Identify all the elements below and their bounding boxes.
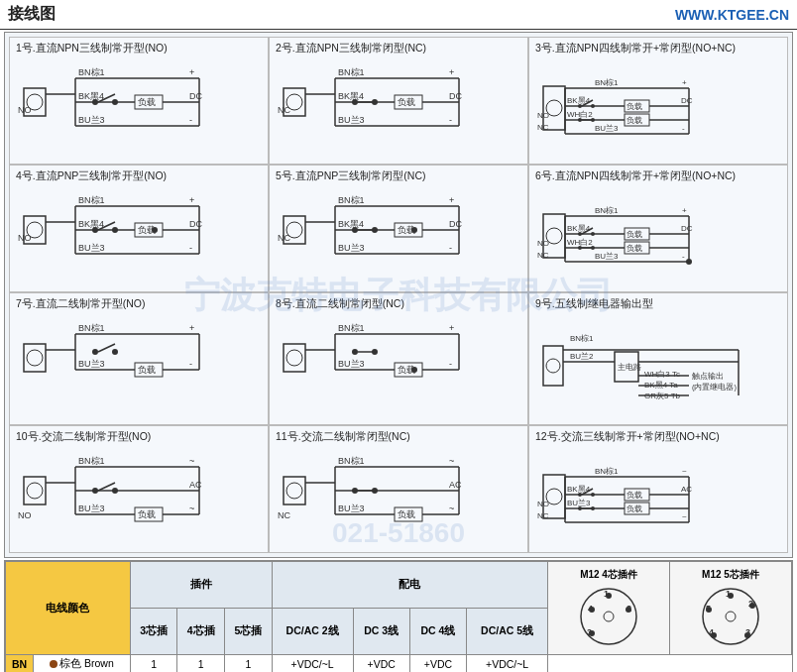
svg-text:AC: AC — [189, 480, 202, 490]
svg-text:BN棕1: BN棕1 — [78, 195, 105, 205]
svg-text:负载: 负载 — [398, 97, 415, 107]
svg-text:-: - — [449, 243, 452, 253]
svg-text:-: - — [682, 252, 685, 261]
svg-text:负载: 负载 — [398, 509, 415, 519]
diagram-6-svg: NO NC BN棕1 + BK黑4 负载 DC WH白2 负载 BU兰3 - — [535, 186, 743, 285]
svg-point-65 — [578, 104, 582, 108]
diagram-4: 4号.直流PNP三线制常开型(NO) NO BN棕1 + BK黑4 负载 DC … — [9, 165, 269, 292]
svg-text:BN棕1: BN棕1 — [78, 456, 105, 466]
svg-point-237 — [372, 488, 378, 494]
svg-point-273 — [626, 607, 631, 613]
svg-point-141 — [578, 246, 582, 250]
svg-text:负载: 负载 — [138, 97, 156, 107]
svg-point-114 — [411, 227, 417, 233]
m12-5pin-area: M12 5芯插件 1 2 3 4 5 — [674, 566, 787, 650]
diagram-7-svg: BN棕1 + BU兰3 负载 - — [16, 314, 224, 401]
svg-point-41 — [372, 99, 378, 105]
svg-point-39 — [352, 99, 358, 105]
svg-text:BN棕1: BN棕1 — [338, 323, 365, 333]
power-value: +VDC/~L — [467, 655, 548, 673]
svg-point-284 — [749, 603, 755, 609]
diagram-11: 11号.交流二线制常闭型(NC) NC BN棕1 ~ AC BU兰3 负载 ~ — [269, 425, 528, 553]
svg-text:BK黑4: BK黑4 — [78, 219, 104, 229]
svg-text:+: + — [449, 195, 454, 205]
m12-5pin-label: M12 5芯插件 — [702, 568, 759, 582]
svg-text:BN棕1: BN棕1 — [595, 467, 619, 476]
svg-point-18 — [92, 99, 98, 105]
svg-text:~: ~ — [682, 512, 687, 521]
wire-table-area: 电线颜色 插件 配电 M12 4芯插件 1 2 — [4, 560, 793, 672]
svg-text:负载: 负载 — [626, 244, 642, 253]
svg-text:DC: DC — [189, 91, 202, 101]
svg-text:DC: DC — [449, 91, 462, 101]
svg-point-199 — [27, 483, 43, 499]
diagram-12-title: 12号.交流三线制常开+常闭型(NO+NC) — [535, 430, 781, 444]
svg-point-143 — [591, 246, 595, 250]
svg-text:AC: AC — [449, 480, 462, 490]
svg-text:BN棕1: BN棕1 — [338, 67, 365, 77]
svg-text:NO: NO — [18, 510, 32, 520]
power-header: 配电 — [272, 562, 547, 609]
svg-point-215 — [92, 488, 98, 494]
svg-text:BU兰3: BU兰3 — [338, 504, 365, 513]
svg-point-217 — [112, 488, 118, 494]
svg-point-283 — [728, 593, 734, 599]
wiring-diagrams-area: 宁波克特电子科技有限公司 021-51860 1号.直流NPN三线制常开型(NO… — [4, 32, 793, 558]
svg-text:负载: 负载 — [626, 116, 642, 125]
svg-point-146 — [27, 350, 43, 366]
svg-text:+: + — [682, 206, 687, 215]
svg-text:BN棕1: BN棕1 — [570, 334, 594, 343]
svg-point-262 — [591, 493, 595, 497]
diagram-12-svg: NO NC BN棕1 ~ BK黑4 负载 AC BU兰3 负载 ~ — [535, 447, 743, 546]
plugin-value: 1 — [177, 655, 225, 673]
svg-point-286 — [711, 632, 717, 638]
svg-text:负载: 负载 — [626, 491, 642, 500]
diagram-8: 8号.直流二线制常闭型(NC) BN棕1 + BU兰3 负载 - — [269, 292, 528, 425]
m12-4pin-label: M12 4芯插件 — [580, 568, 637, 582]
svg-point-140 — [591, 232, 595, 236]
diagram-1: 1号.直流NPN三线制常开型(NO) NO BN棕1 + BK黑4 负载 DC — [9, 37, 269, 165]
svg-text:-: - — [189, 115, 192, 125]
power-value: +VDC — [409, 655, 466, 673]
svg-point-181 — [546, 359, 560, 373]
svg-text:BU兰2: BU兰2 — [570, 352, 594, 361]
wire-abbr: BN — [6, 655, 34, 673]
svg-text:负载: 负载 — [626, 230, 642, 239]
diagram-10-title: 10号.交流二线制常开型(NO) — [16, 430, 262, 444]
svg-text:触点输出: 触点输出 — [692, 372, 724, 381]
power-col-dc5: DC/AC 5线 — [467, 609, 548, 655]
svg-text:BU兰3: BU兰3 — [595, 124, 619, 133]
svg-point-260 — [578, 493, 582, 497]
svg-point-287 — [706, 607, 712, 613]
svg-text:-: - — [449, 359, 452, 369]
svg-text:DC: DC — [449, 219, 462, 229]
diagram-6-title: 6号.直流NPN四线制常开+常闭型(NO+NC) — [535, 169, 781, 183]
svg-text:NO: NO — [537, 500, 549, 508]
wire-name: 棕色 Brown — [34, 655, 131, 673]
svg-text:+: + — [189, 67, 194, 77]
svg-text:DC: DC — [681, 96, 693, 105]
svg-text:+: + — [449, 323, 454, 333]
diagram-2-title: 2号.直流NPN三线制常闭型(NC) — [276, 42, 521, 56]
svg-point-274 — [589, 630, 595, 636]
diagram-2-svg: NC BN棕1 + BK黑4 负载 DC BU兰3 - — [276, 58, 484, 146]
svg-text:NO: NO — [537, 111, 549, 120]
svg-point-161 — [112, 349, 118, 355]
diagram-2: 2号.直流NPN三线制常闭型(NC) NC BN棕1 + BK黑4 负载 DC … — [269, 37, 528, 165]
svg-text:BU兰3: BU兰3 — [567, 499, 591, 507]
svg-text:+: + — [449, 67, 454, 77]
svg-text:NC: NC — [278, 233, 290, 243]
svg-text:BU兰3: BU兰3 — [78, 504, 105, 513]
diagram-1-svg: NO BN棕1 + BK黑4 负载 DC BU兰3 - — [16, 58, 224, 146]
svg-point-277 — [726, 612, 736, 621]
svg-point-275 — [589, 607, 595, 613]
header: 接线图 WWW.KTGEE.CN — [0, 0, 797, 30]
svg-text:WH白2: WH白2 — [567, 110, 593, 119]
svg-point-179 — [411, 367, 417, 373]
plugin-col-3: 3芯插 — [130, 609, 177, 655]
diagram-12: 12号.交流三线制常开+常闭型(NO+NC) NO NC BN棕1 ~ BK黑4… — [528, 425, 788, 553]
m12-5pin-diagram: 1 2 3 4 5 — [696, 584, 765, 648]
svg-text:BU兰3: BU兰3 — [78, 359, 105, 369]
svg-point-70 — [591, 118, 595, 122]
svg-text:主电路: 主电路 — [618, 363, 641, 372]
